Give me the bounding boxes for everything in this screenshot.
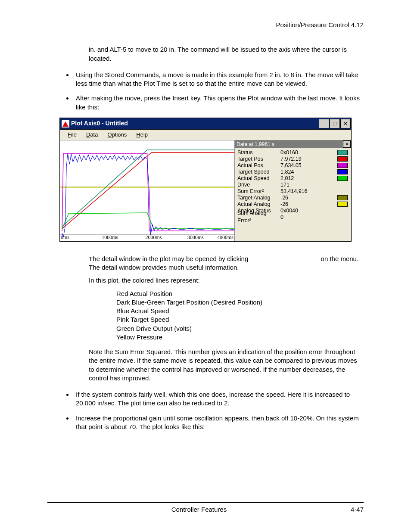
title-bar[interactable]: Plot Axis0 - Untitled _ □ × (60, 118, 351, 130)
legend-line: Blue Actual Speed (116, 307, 359, 315)
color-swatch (337, 163, 348, 168)
detail-row: Target Speed1,824 (237, 169, 349, 175)
chart-canvas: 0ms 1000ms 2000ms 3000ms 4000ms (60, 140, 234, 241)
bullet-item: Increase the proportional gain until som… (73, 414, 364, 432)
legend-line: Yellow Pressure (116, 333, 359, 342)
maximize-button[interactable]: □ (330, 119, 340, 128)
legend-line: Pink Target Speed (116, 315, 359, 324)
color-swatch (337, 169, 348, 174)
detail-row: Status0x0160 (237, 149, 349, 156)
menu-bar: File Data Options Help (60, 130, 351, 140)
minimize-button[interactable]: _ (319, 119, 329, 128)
color-legend: Red Actual PositionDark Blue-Green Targe… (116, 289, 359, 342)
bullet-list-top: Using the Stored Commands, a move is mad… (47, 71, 364, 112)
detail-close-button[interactable]: × (343, 140, 351, 148)
intro-paragraph: in. and ALT-5 to move to 20 in. The comm… (89, 45, 359, 63)
menu-file[interactable]: File (68, 131, 77, 139)
page-header: Position/Pressure Control 4.12 (47, 21, 364, 33)
color-swatch (337, 150, 348, 155)
bullet-item: After making the move, press the Insert … (73, 94, 364, 112)
color-swatch (337, 202, 348, 207)
detail-panel: Data at 1.9961 s × Status0x0160Target Po… (234, 140, 351, 241)
plot-window: Plot Axis0 - Untitled _ □ × File Data Op… (59, 118, 352, 242)
color-swatch (337, 195, 348, 200)
paragraph-sum-error: Note the Sum Error Squared. This number … (89, 348, 359, 383)
bullet-item: If the system controls fairly well, whic… (73, 390, 364, 408)
detail-header: Data at 1.9961 s × (235, 140, 351, 148)
window-title: Plot Axis0 - Untitled (71, 119, 128, 128)
bullet-list-bottom: If the system controls fairly well, whic… (47, 390, 364, 431)
detail-row: Actual Speed2,012 (237, 175, 349, 182)
color-swatch (337, 156, 348, 162)
menu-options[interactable]: Options (107, 131, 127, 139)
color-swatch (337, 176, 348, 181)
app-icon (62, 120, 69, 128)
detail-row: Target Pos7,972.19 (237, 156, 349, 162)
detail-row: Sum Analog Error²0 (237, 214, 349, 221)
page-footer: Controller Features 4-47 (47, 502, 364, 514)
detail-row: Drive171 (237, 182, 349, 188)
menu-data[interactable]: Data (86, 131, 98, 139)
menu-help[interactable]: Help (136, 131, 148, 139)
legend-line: Red Actual Position (116, 289, 359, 298)
legend-line: Green Drive Output (volts) (116, 324, 359, 333)
close-button[interactable]: × (340, 119, 351, 128)
bullet-item: Using the Stored Commands, a move is mad… (73, 71, 364, 88)
legend-line: Dark Blue-Green Target Position (Desired… (116, 298, 359, 307)
detail-row: Actual Pos7,634.05 (237, 162, 349, 169)
paragraph-detail-window: The detail window in the plot may be ope… (89, 255, 359, 272)
paragraph-colors-intro: In this plot, the colored lines represen… (89, 276, 359, 285)
x-axis-labels: 0ms 1000ms 2000ms 3000ms 4000ms (60, 234, 234, 241)
detail-row: Target Analog-26 (237, 195, 349, 201)
detail-row: Sum Error²53,414,916 (237, 188, 349, 195)
detail-row: Actual Analog-26 (237, 201, 349, 208)
